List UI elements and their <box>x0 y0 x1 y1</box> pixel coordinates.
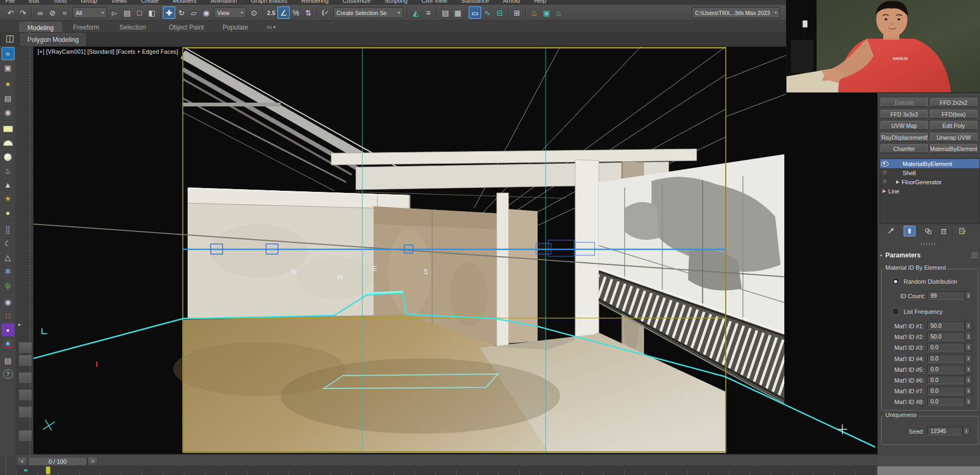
curve-editor-icon[interactable]: ∿ <box>481 6 493 19</box>
mat-id-8-spinner[interactable]: ▴▾ <box>965 397 972 406</box>
menu-file[interactable]: File <box>5 0 15 4</box>
light-lister-icon[interactable]: ✶ <box>2 78 15 91</box>
prev-frame-button[interactable]: < <box>17 457 27 466</box>
parameters-rollout-header[interactable]: ▾ Parameters <box>880 250 978 260</box>
render-production-icon[interactable]: ♨ <box>553 6 565 19</box>
expand-arrow-icon[interactable]: ▶ <box>883 189 886 193</box>
vray-framebuffer-icon[interactable]: ≈ <box>2 47 15 60</box>
menu-substance[interactable]: Substance <box>461 0 489 4</box>
modifier-button-extrude[interactable]: Extrude <box>881 98 928 107</box>
mat-id-3-field[interactable]: 0.0 <box>927 343 965 351</box>
bind-spacewarp-icon[interactable]: ≈ <box>59 6 71 19</box>
render-image-icon[interactable]: ▣ <box>2 61 15 74</box>
seed-spinner[interactable]: ▴▾ <box>963 427 970 435</box>
render-setup-icon[interactable]: ♨ <box>528 6 540 19</box>
mat-id-5-field[interactable]: 0.0 <box>927 365 965 373</box>
menu-group[interactable]: Group <box>81 0 97 4</box>
menu-scripting[interactable]: Scripting <box>384 0 407 4</box>
modifier-button-ffd3x3x3[interactable]: FFD 3x3x3 <box>881 110 928 119</box>
modifier-button-unwrap-uvw[interactable]: Unwrap UVW <box>930 133 977 142</box>
select-by-material-icon[interactable] <box>2 337 15 350</box>
menu-graph-editors[interactable]: Graph Editors <box>251 0 288 4</box>
select-rotate-icon[interactable]: ↻ <box>175 6 188 19</box>
mat-id-4-field[interactable]: 0.0 <box>927 354 965 363</box>
modifier-button-vraydisplacement[interactable]: VRayDisplacementM <box>881 133 928 142</box>
dome-light-icon[interactable] <box>2 136 15 149</box>
help-icon[interactable]: ? <box>3 369 13 379</box>
menu-tools[interactable]: Tools <box>53 0 67 4</box>
align-icon[interactable]: ≡ <box>422 6 434 19</box>
undo-icon[interactable]: ↶ <box>4 6 17 19</box>
track-bar[interactable]: ▴▴ <box>16 465 877 475</box>
modifier-button-ffdbox[interactable]: FFD(box) <box>930 110 977 119</box>
window-crossing-icon[interactable]: ◧ <box>146 6 158 19</box>
viewport-label[interactable]: [+] [VRayCam001] [Standard] [Facets + Ed… <box>38 48 178 55</box>
modifier-button-ffd2x2x2[interactable]: FFD 2x2x2 <box>930 98 977 107</box>
coord-system-dropdown[interactable]: View▾ <box>214 7 246 18</box>
select-place-icon[interactable]: ◉ <box>200 6 212 19</box>
expand-arrow-icon[interactable]: ▶ <box>896 179 899 184</box>
selection-filter-dropdown[interactable]: All▾ <box>73 7 107 18</box>
geosphere-icon[interactable]: ● <box>2 206 15 219</box>
bottom-left-drag-handle[interactable] <box>0 456 16 475</box>
modifier-bulb-icon[interactable] <box>883 170 888 175</box>
mat-id-3-spinner[interactable]: ▴▾ <box>965 343 972 351</box>
mat-id-6-spinner[interactable]: ▴▾ <box>965 376 972 384</box>
mat-id-2-field[interactable]: 50.0 <box>927 332 965 341</box>
mat-id-1-spinner[interactable]: ▴▾ <box>965 321 972 330</box>
mat-id-4-spinner[interactable]: ▴▾ <box>965 354 972 363</box>
tab-selection[interactable]: Selection <box>112 22 153 32</box>
scatter-icon[interactable]: ⣿ <box>2 223 15 236</box>
pyramid-icon[interactable]: △ <box>2 251 15 264</box>
schematic-view-icon[interactable]: ⊟ <box>493 6 506 19</box>
ribbon-config-dropdown[interactable]: ▭ ▾ <box>259 22 283 32</box>
tab-object-paint[interactable]: Object Paint <box>161 22 211 32</box>
menu-edit[interactable]: Edit <box>29 0 39 4</box>
modifier-button-materialbyelement[interactable]: MaterialByElement <box>930 144 977 153</box>
current-frame-display[interactable]: 0 / 100 <box>28 457 87 466</box>
stack-item-materialbyelement[interactable]: MaterialByElement <box>880 159 979 168</box>
select-move-icon[interactable]: ✚ <box>163 6 175 19</box>
material-sphere-icon[interactable]: ◉ <box>2 296 15 308</box>
toolbar-drag-handle[interactable] <box>28 21 32 475</box>
tab-modeling[interactable]: Modeling <box>19 22 62 33</box>
mat-id-7-spinner[interactable]: ▴▾ <box>965 386 972 395</box>
toggle-ribbon-icon[interactable]: ▭ <box>469 6 481 19</box>
next-frame-button[interactable]: > <box>88 457 98 466</box>
select-by-name-icon[interactable]: ▤ <box>121 6 133 19</box>
pivot-center-icon[interactable]: ⊙ <box>248 6 260 19</box>
ribbon-corner-icon[interactable]: ◫ <box>1 31 18 45</box>
slate-material-editor-icon[interactable]: ⊞ <box>511 6 523 19</box>
percent-snap-icon[interactable]: % <box>290 6 302 19</box>
modifier-bulb-icon[interactable] <box>883 179 888 184</box>
menu-modifiers[interactable]: Modifiers <box>173 0 197 4</box>
stack-item-shell[interactable]: Shell <box>880 168 979 177</box>
mat-id-7-field[interactable]: 0.0 <box>927 386 965 395</box>
menu-help[interactable]: Help <box>534 0 546 4</box>
id-count-spinner[interactable]: ▴▾ <box>965 291 972 300</box>
spinner-snap-icon[interactable]: ⇅ <box>302 6 314 19</box>
modifier-button-uvw-map[interactable]: UVW Map <box>881 121 928 130</box>
cone-icon[interactable]: ▲ <box>2 178 15 191</box>
menu-arnold[interactable]: Arnold <box>503 0 520 4</box>
mat-id-8-field[interactable]: 0.0 <box>927 397 965 406</box>
teapot-icon[interactable]: ♨ <box>2 164 15 177</box>
project-path-dropdown[interactable]: C:\Users\TRX...3ds Max 2023 ▾ <box>692 7 780 18</box>
moon-icon[interactable]: ☾ <box>2 237 15 250</box>
menu-animation[interactable]: Animation <box>211 0 237 4</box>
mat-id-6-field[interactable]: 0.0 <box>927 376 965 384</box>
unlink-icon[interactable]: ⊘ <box>46 6 59 19</box>
menu-rendering[interactable]: Rendering <box>302 0 329 4</box>
id-count-field[interactable]: 99 <box>927 291 965 300</box>
notes-icon[interactable]: ▤ <box>2 354 15 367</box>
remove-modifier-icon[interactable] <box>938 226 949 236</box>
select-scale-icon[interactable]: ▱ <box>188 6 200 19</box>
menu-civil-view[interactable]: Civil View <box>421 0 447 4</box>
list-frequency-radio[interactable] <box>892 308 899 315</box>
snap-toggle-icon[interactable]: 2.5 <box>265 6 277 19</box>
panel-splitter-handle[interactable] <box>921 243 937 245</box>
redo-icon[interactable]: ↷ <box>17 6 29 19</box>
tab-freeform[interactable]: Freeform <box>66 22 107 32</box>
make-unique-icon[interactable] <box>922 226 934 236</box>
mirror-icon[interactable]: ◭ <box>410 6 422 19</box>
